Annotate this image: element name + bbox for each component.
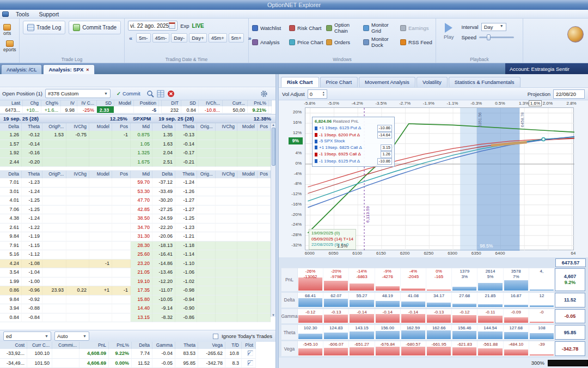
chain-header-cell[interactable]: Model	[89, 123, 112, 131]
chain-header-cell[interactable]: Delta	[152, 123, 175, 131]
chain-header-cell[interactable]: Model	[89, 171, 112, 178]
menu-item-support[interactable]: Support	[34, 10, 64, 18]
export-grid-icon[interactable]	[157, 90, 164, 98]
plot-area[interactable]: 6,824.06 Realized PnL +1 19sep. 6125 Put…	[305, 107, 574, 250]
tab-price-chart[interactable]: Price Chart	[320, 77, 358, 87]
chain-header-cell[interactable]: Orig...	[197, 171, 216, 178]
chain-scrollbar[interactable]: ▲ ▼	[271, 123, 275, 317]
ribbon-stub-item[interactable]: orts	[3, 24, 11, 36]
chain-header-cell[interactable]: Model	[237, 123, 258, 131]
chain-row[interactable]: 7.91-1.1528.30-18.13-1.18	[0, 242, 275, 251]
time-step-5mminus[interactable]: 5m-	[136, 33, 150, 43]
chain-row[interactable]: 1.26-0.121.53-0.75-10.8751.35-0.13	[0, 131, 275, 140]
view-mode-select[interactable]: ed ▼	[3, 331, 51, 341]
time-step-5mplus[interactable]: 5m+	[229, 33, 244, 43]
window-toggle-watchlist[interactable]: Watchlist	[252, 22, 287, 34]
window-toggle-orders[interactable]: Orders	[326, 36, 361, 48]
chain-header-cell[interactable]: Model	[237, 171, 258, 178]
chain-row[interactable]: 9.84-1.1931.30-20.06-1.21	[0, 232, 275, 242]
trade-log-button[interactable]: Trade Log	[23, 21, 65, 34]
chain-row[interactable]: 2.44-0.201.6752.51-0.21	[0, 158, 275, 167]
chain-header-cell[interactable]: Orig...	[197, 123, 216, 131]
window-toggle-analysis[interactable]: Analysis	[252, 36, 287, 48]
play-button[interactable]: Play	[439, 21, 458, 42]
ribbon-stub-item[interactable]: eports	[3, 40, 16, 52]
chain-row[interactable]: 4.24-1.08-123.20-14.86-1.10	[0, 260, 275, 269]
chain-row[interactable]: 1.99-1.0019.10-12.20-1.02	[0, 277, 275, 287]
chain-header-cell[interactable]: Delta	[0, 171, 22, 178]
scroll-up-icon[interactable]: ▲	[272, 123, 275, 126]
interval-select[interactable]: Day ▼	[481, 23, 506, 31]
tab-risk-chart[interactable]: Risk Chart	[281, 77, 319, 87]
chain-header-cell[interactable]: Delta	[0, 123, 22, 131]
chain-row[interactable]: 0.84-0.8413.15-8.32-0.86	[0, 313, 275, 323]
chain-row[interactable]: 4.38-1.2438.50-24.59-1.25	[0, 214, 275, 224]
scrollbar-thumb[interactable]	[272, 128, 275, 166]
zoom-slider[interactable]	[548, 360, 588, 366]
position-select[interactable]: #378 Custom ▼	[45, 89, 111, 98]
tab-volatility[interactable]: Volatility	[416, 77, 448, 87]
chain-header-cell[interactable]: OrigP...	[42, 171, 66, 178]
chain-header-cell[interactable]: Pos	[258, 123, 271, 131]
expiry-header[interactable]: 19 sep. 25 (28) 12.25% SPXPM 19 sep. 25 …	[0, 114, 275, 123]
tab-statistics-fundamentals[interactable]: Statistics & Fundamentals	[449, 77, 520, 87]
chain-row[interactable]: 7.06-1.2542.85-27.25-1.27	[0, 206, 275, 215]
tab-analysis-cl[interactable]: Analysis: /CL	[1, 64, 42, 74]
trade-date-field[interactable]: vi. 22 ago. 2025	[128, 21, 177, 31]
step-back-fast-icon[interactable]: «	[128, 35, 133, 41]
window-toggle-monitor-grid[interactable]: Monitor Grid	[363, 22, 398, 34]
chain-header-cell[interactable]: Theta	[175, 123, 197, 131]
chain-row[interactable]: 3.94-0.8814.40-9.14-0.90	[0, 304, 275, 313]
window-toggle-price-chart[interactable]: Price Chart	[289, 36, 324, 48]
chain-header-cell[interactable]: IVChg	[216, 171, 237, 178]
plot-checkbox[interactable]: ✓	[248, 351, 253, 356]
chain-header-cell[interactable]: IVChg	[66, 171, 89, 178]
settings-gear-icon[interactable]	[260, 90, 268, 98]
speed-slider-thumb[interactable]	[487, 34, 491, 40]
tab-analysis-spx[interactable]: Analysis: SPX×	[43, 64, 94, 74]
menu-item-tools[interactable]: Tools	[11, 10, 34, 18]
zoom-icon[interactable]	[146, 90, 154, 98]
speed-slider[interactable]	[479, 37, 514, 38]
chain-header-cell[interactable]: Mid	[131, 171, 152, 178]
chain-row[interactable]: 4.01-1.2547.70-30.20-1.27	[0, 196, 275, 206]
close-position-icon[interactable]	[167, 90, 175, 98]
chain-header-cell[interactable]: Theta	[22, 123, 42, 131]
chain-row[interactable]: 2.61-1.2234.70-22.20-1.23	[0, 224, 275, 233]
chain-header-cell[interactable]: Mid	[131, 123, 152, 131]
chain-row[interactable]: 1.92-0.161.3252.04-0.17	[0, 149, 275, 158]
chain-row[interactable]: 3.54-1.0421.05-13.46-1.06	[0, 268, 275, 277]
chain-header-cell[interactable]: Theta	[22, 171, 42, 178]
commit-button[interactable]: ✓ Commit	[113, 89, 144, 98]
chain-row[interactable]: 9.84-0.9215.80-10.05-0.94	[0, 295, 275, 305]
time-step-45mplus[interactable]: 45m+	[209, 33, 227, 43]
ignore-trades-checkbox[interactable]	[213, 334, 218, 339]
chain-row[interactable]: 1.57-0.141.051.63-0.14	[0, 140, 275, 149]
chain-row[interactable]: 0.86-0.9623.930.22+1-117.35-11.07-0.98	[0, 286, 275, 295]
chain-header-cell[interactable]: Pos	[112, 123, 131, 131]
scroll-down-icon[interactable]: ▼	[272, 313, 275, 317]
window-toggle-earnings[interactable]: Earnings	[400, 22, 435, 34]
chain-header-cell[interactable]: IVChg	[66, 123, 89, 131]
tab-movement-analysis[interactable]: Movement Analysis	[359, 77, 415, 87]
spinner-arrows-icon[interactable]: ▲▼	[322, 91, 325, 96]
chain-row[interactable]: 7.01-1.2359.70-37.12-1.24	[0, 178, 275, 188]
chain-header-cell[interactable]: OrigP...	[42, 123, 66, 131]
window-toggle-risk-chart[interactable]: Risk Chart	[289, 22, 324, 34]
chain-header-cell[interactable]: Pos	[258, 171, 271, 178]
chain-header-cell[interactable]: Pos	[112, 171, 131, 178]
window-toggle-monitor-dock[interactable]: Monitor Dock	[363, 36, 398, 48]
vol-adjust-spinner[interactable]: 0 ▲▼	[308, 89, 327, 99]
chain-header-cell[interactable]: Delta	[152, 171, 175, 178]
auto-select[interactable]: Auto ▼	[54, 331, 89, 341]
window-toggle-option-chain[interactable]: Option Chain	[326, 22, 361, 34]
commit-trade-button[interactable]: Commit Trade	[69, 21, 121, 34]
window-toggle-rss-feed[interactable]: RSS Feed	[400, 36, 435, 48]
chain-header-cell[interactable]: Theta	[175, 171, 197, 178]
projection-date-field[interactable]: 22/08/20	[553, 89, 585, 99]
time-step-45mminus[interactable]: 45m-	[152, 33, 170, 43]
chain-row[interactable]: 5.16-1.1225.60-16.41-1.14	[0, 250, 275, 260]
chain-row[interactable]: 3.01-1.2453.30-33.49-1.26	[0, 188, 275, 197]
plot-checkbox[interactable]: ✓	[248, 360, 253, 366]
close-icon[interactable]: ×	[86, 67, 89, 73]
